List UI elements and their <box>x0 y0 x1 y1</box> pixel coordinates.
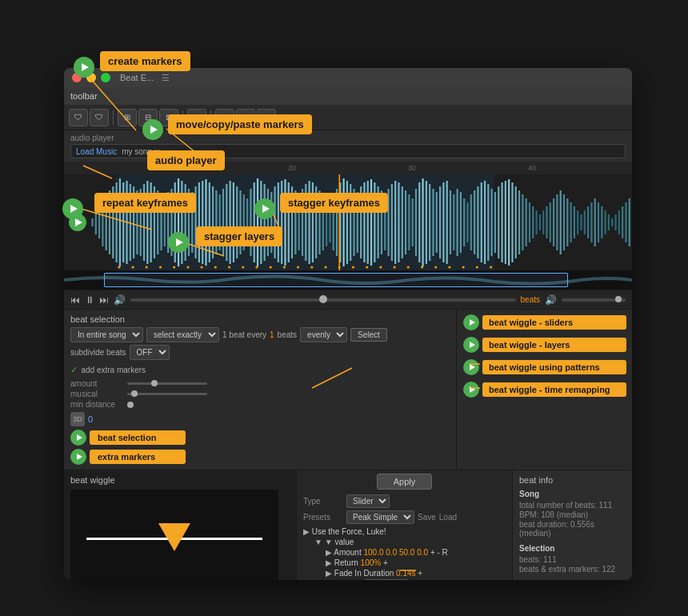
svg-rect-43 <box>198 182 200 262</box>
wiggle-preview <box>70 490 278 580</box>
beat-wiggle-patterns-row: beat wiggle using patterns <box>463 359 626 375</box>
value-label: value <box>334 538 354 546</box>
svg-rect-137 <box>522 194 523 250</box>
add-extra-markers-row: ✓ add extra markers <box>70 362 450 376</box>
3d-icon-row: 3D 0 <box>70 412 450 426</box>
svg-point-174 <box>186 266 189 269</box>
beat-selection-play-btn[interactable] <box>70 430 86 446</box>
beat-wiggle-remapping-play-btn[interactable] <box>463 382 479 398</box>
svg-rect-37 <box>178 178 179 266</box>
svg-rect-151 <box>570 202 572 242</box>
create-markers-btn[interactable] <box>74 57 94 78</box>
svg-rect-133 <box>508 179 510 266</box>
stagger-keyframes-btn[interactable] <box>254 198 275 219</box>
save-btn[interactable]: Save <box>418 513 436 522</box>
svg-rect-127 <box>487 184 489 261</box>
mini-selection <box>104 273 568 287</box>
svg-rect-102 <box>402 186 403 258</box>
transport-end-btn[interactable]: ⏭ <box>99 294 109 306</box>
svg-rect-147 <box>556 194 558 250</box>
mini-waveform[interactable] <box>64 270 632 290</box>
scope-select[interactable]: In entire song <box>70 327 143 342</box>
3d-icon[interactable]: 3D <box>70 412 85 426</box>
svg-rect-156 <box>587 206 589 238</box>
select-btn[interactable]: Select <box>350 328 387 342</box>
bpm-row: BPM: 108 (median) <box>519 510 626 519</box>
svg-rect-122 <box>470 194 472 250</box>
type-select[interactable]: Slider <box>346 494 390 508</box>
maximize-button[interactable] <box>101 73 110 82</box>
svg-rect-103 <box>405 190 406 254</box>
beats-volume-icon[interactable]: 🔊 <box>545 294 557 306</box>
waveform-main[interactable] <box>64 174 632 270</box>
svg-point-182 <box>297 266 299 269</box>
selection-section-title: Selection <box>519 544 626 553</box>
svg-rect-158 <box>594 198 596 246</box>
extra-markers-action-row: extra markers <box>70 449 450 465</box>
svg-rect-118 <box>457 189 458 256</box>
svg-point-187 <box>366 266 368 269</box>
svg-rect-101 <box>398 182 399 262</box>
svg-rect-148 <box>560 190 562 254</box>
beat-wiggle-patterns-label: beat wiggle using patterns <box>482 360 626 374</box>
ruler-mark-40: 40 <box>528 164 536 172</box>
move-copy-paste-btn[interactable] <box>142 119 163 140</box>
waveform-svg <box>64 174 632 270</box>
repeat-keyframes-btn[interactable] <box>62 198 83 219</box>
svg-point-170 <box>131 266 134 269</box>
add-extra-markers-label: add extra markers <box>81 366 146 374</box>
svg-rect-100 <box>394 181 396 264</box>
beat-every-label: 1 beat every <box>222 330 266 339</box>
subdivide-select[interactable]: OFF <box>130 345 170 360</box>
toolbar-shield1-btn[interactable]: 🛡 <box>69 109 88 126</box>
svg-point-186 <box>352 266 354 269</box>
transport-volume-icon[interactable]: 🔊 <box>114 294 126 306</box>
fade-in-ease-select[interactable]: Linear <box>364 579 409 580</box>
svg-rect-141 <box>536 210 538 234</box>
amount-slider[interactable] <box>127 382 207 385</box>
load-btn[interactable]: Load <box>439 513 457 522</box>
svg-rect-160 <box>601 206 602 238</box>
musical-slider[interactable] <box>127 393 207 395</box>
properties-tree: ▶ Use the Force, Luke! ▼ ▼ value ▶ Amoun… <box>303 527 506 580</box>
transport-progress[interactable] <box>130 298 516 302</box>
svg-point-173 <box>173 266 175 269</box>
presets-select[interactable]: Peak Simple <box>346 510 414 524</box>
toolbar-layers1-btn[interactable]: ⊞ <box>118 109 137 126</box>
svg-rect-165 <box>618 210 620 234</box>
svg-rect-105 <box>412 198 414 246</box>
beat-wiggle-remapping-row: beat wiggle - time remapping <box>463 382 626 398</box>
value-item: ▼ ▼ value <box>303 538 506 546</box>
presets-row: Presets Peak Simple Save Load <box>303 510 506 524</box>
load-music-btn[interactable]: Load Music <box>76 147 117 156</box>
svg-rect-117 <box>453 194 454 250</box>
svg-rect-116 <box>450 190 451 254</box>
extra-markers-play-btn[interactable] <box>70 449 86 465</box>
select-type-select[interactable]: select exactly <box>146 327 219 342</box>
beat-wiggle-patterns-play-btn[interactable] <box>463 359 479 375</box>
transport-pause-btn[interactable]: ⏸ <box>85 294 94 306</box>
svg-rect-131 <box>501 182 502 262</box>
bpm-label: BPM: <box>519 510 538 519</box>
beat-wiggle-layers-play-btn[interactable] <box>463 337 479 353</box>
panel-header: toolbar <box>64 87 632 105</box>
subdivide-label: subdivide beats <box>70 348 126 357</box>
svg-point-184 <box>324 266 326 269</box>
beat-controls-row: In entire song select exactly 1 beat eve… <box>70 327 450 342</box>
beat-wiggle-sliders-play-btn[interactable] <box>463 314 479 330</box>
beat-area: beat selection In entire song select exa… <box>64 309 632 470</box>
svg-rect-85 <box>343 178 345 266</box>
distribution-select[interactable]: evenly <box>300 327 347 342</box>
amount-values: 100.0 0.0 50.0 0.0 <box>363 548 428 557</box>
svg-rect-138 <box>526 198 527 246</box>
app-window: Beat E... ☰ toolbar 🛡 🛡 ⊞ ⊟ ⊠ ↺ ⊞ ≡ ⁞ au… <box>64 68 632 580</box>
apply-button[interactable]: Apply <box>377 474 433 490</box>
svg-rect-45 <box>205 179 206 266</box>
amount-label: amount <box>70 379 122 388</box>
toolbar-shield2-btn[interactable]: 🛡 <box>90 109 109 126</box>
stagger-layers-btn[interactable] <box>168 232 189 253</box>
svg-point-169 <box>118 266 120 269</box>
beats-progress[interactable] <box>562 298 626 302</box>
transport-start-btn[interactable]: ⏮ <box>70 294 80 306</box>
svg-rect-129 <box>494 192 496 253</box>
